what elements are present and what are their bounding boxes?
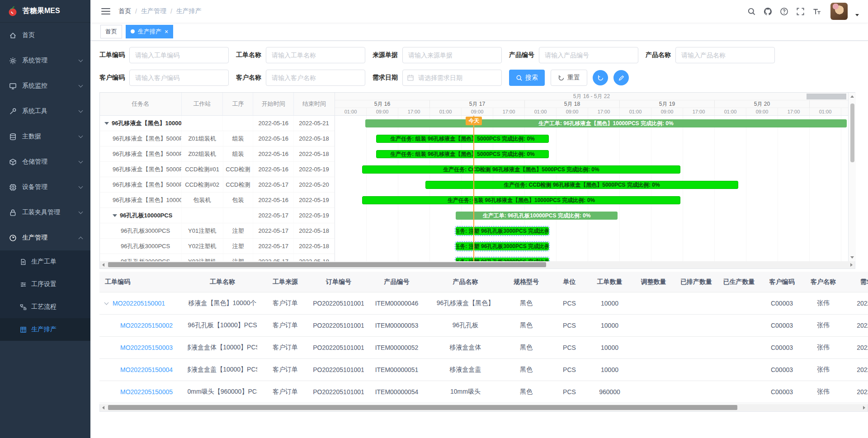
task-bar[interactable]: 生产任务: 注塑 96孔孔板3000PCS 完成比例: 0%: [456, 242, 549, 250]
sidebar-item-equipment-mgmt[interactable]: 设备管理: [0, 174, 90, 200]
gantt-task-row[interactable]: 96孔移液盒【黑色】5000PCSZ02组装机组装2022-05-162022-…: [100, 146, 335, 162]
gantt-chart: 5月 16 - 5月 22 5月 165月 175月 185月 195月 20 …: [335, 93, 848, 261]
product-no-input[interactable]: [539, 47, 638, 63]
sidebar-item-system-tools[interactable]: 系统工具: [0, 99, 90, 124]
sidebar-subitem-work-order[interactable]: 生产工单: [0, 250, 90, 273]
triangle-down-icon[interactable]: [113, 214, 117, 217]
customer-name-input[interactable]: [266, 70, 365, 86]
scroll-right-icon[interactable]: [850, 263, 853, 267]
order-code-link[interactable]: MO202205150003: [120, 344, 173, 351]
orders-cell-product-name: 10mm吸头: [429, 381, 501, 403]
hamburger-icon[interactable]: [101, 8, 110, 14]
font-size-icon[interactable]: [812, 7, 821, 16]
scroll-up-icon[interactable]: [850, 95, 854, 98]
gantt-task-row[interactable]: 96孔移液盒【黑色】10000PCS包装机包装2022-05-162022-05…: [100, 193, 335, 208]
order-bar[interactable]: 生产工单: 96孔孔板10000PCS 完成比例: 0%: [456, 212, 618, 220]
gantt-chart-row: 生产任务: 包装 96孔移液盒【黑色】10000PCS 完成比例: 0%: [335, 193, 848, 208]
form-fields-2: 客户编码客户名称需求日期: [99, 70, 509, 86]
reset-button[interactable]: 重置: [551, 70, 587, 86]
breadcrumb-home[interactable]: 首页: [118, 7, 131, 15]
sidebar-subitem-scheduling[interactable]: 生产排产: [0, 318, 90, 341]
sidebar-subitem-process-flow[interactable]: 工艺流程: [0, 296, 90, 318]
sidebar-item-system-monitor[interactable]: 系统监控: [0, 73, 90, 99]
scroll-thumb[interactable]: [108, 405, 737, 410]
task-bar[interactable]: 生产任务: 注塑 96孔孔板3000PCS 完成比例: 0%: [456, 258, 549, 261]
sidebar-item-system-mgmt[interactable]: 系统管理: [0, 48, 90, 73]
scroll-left-icon[interactable]: [102, 406, 104, 410]
work-order-name-input[interactable]: [266, 47, 365, 63]
form-item-work-order-code: 工单编码: [99, 47, 229, 63]
gantt-task-row[interactable]: 96孔移液盒【黑色】10000PCS2022-05-162022-05-21: [100, 116, 335, 131]
order-code-link[interactable]: MO202205150001: [113, 300, 165, 307]
product-name-input[interactable]: [675, 47, 775, 63]
order-bar[interactable]: 生产工单: 96孔移液盒【黑色】10000PCS 完成比例: 0%: [365, 119, 847, 127]
orders-row[interactable]: MO20220515000510mm吸头【960000】PCS客户订单PO202…: [99, 381, 868, 403]
monitor-icon: [9, 82, 17, 90]
orders-horizontal-scrollbar[interactable]: [99, 404, 868, 412]
gantt-task-row[interactable]: 96孔移液盒【黑色】5000PCSCCD检测#01CCD检测2022-05-16…: [100, 162, 335, 177]
sidebar-item-warehouse-mgmt[interactable]: 仓储管理: [0, 149, 90, 174]
customer-code-input[interactable]: [129, 70, 229, 86]
order-code-link[interactable]: MO202205150005: [120, 388, 173, 396]
sidebar-item-home[interactable]: 首页: [0, 23, 90, 48]
gantt-task-row[interactable]: 96孔移液盒【黑色】5000PCSZ01组装机组装2022-05-162022-…: [100, 131, 335, 146]
task-bar[interactable]: 生产任务: CCD检测 96孔移液盒【黑色】5000PCS 完成比例: 0%: [425, 181, 738, 189]
work-order-code-input[interactable]: [129, 47, 229, 63]
scroll-down-icon[interactable]: [850, 256, 854, 259]
form-item-demand-date: 需求日期: [373, 70, 502, 86]
order-code-link[interactable]: MO202205150004: [120, 366, 173, 373]
gantt-task-row[interactable]: 96孔移液盒【黑色】5000PCSCCD检测#02CCD检测2022-05-17…: [100, 177, 335, 193]
gantt-task-row[interactable]: 96孔孔板3000PCSY02注塑机注塑2022-05-172022-05-18: [100, 239, 335, 254]
user-menu-caret-icon[interactable]: [855, 14, 859, 16]
sidebar-item-label: 仓储管理: [22, 158, 47, 166]
gantt-chart-row: 生产任务: 组装 96孔移液盒【黑色】5000PCS 完成比例: 0%: [335, 146, 848, 162]
search-icon[interactable]: [747, 7, 756, 16]
task-bar[interactable]: 生产任务: CCD检测 96孔移液盒【黑色】5000PCS 完成比例: 0%: [362, 165, 680, 174]
orders-row[interactable]: MO202205150004移液盒盒盖【10000】PCS客户订单PO20220…: [99, 359, 868, 381]
gantt-range-scrollbar[interactable]: [807, 94, 846, 99]
user-avatar[interactable]: [830, 3, 848, 20]
edit-circle-button[interactable]: [613, 70, 629, 85]
sidebar-subitem-label: 生产工单: [31, 258, 57, 266]
refresh-circle-button[interactable]: [593, 70, 608, 85]
sidebar-subitem-process-settings[interactable]: 工序设置: [0, 273, 90, 296]
gantt-vertical-scrollbar[interactable]: [848, 93, 856, 261]
chevron-down-icon[interactable]: [104, 300, 109, 305]
gantt-horizontal-scrollbar[interactable]: [99, 261, 855, 269]
scroll-thumb[interactable]: [850, 104, 854, 162]
task-bar[interactable]: 生产任务: 包装 96孔移液盒【黑色】10000PCS 完成比例: 0%: [362, 196, 680, 204]
fullscreen-icon[interactable]: [796, 7, 805, 16]
flow-icon: [20, 304, 27, 311]
task-bar[interactable]: 生产任务: 注塑 96孔孔板3000PCS 完成比例: 0%: [456, 227, 549, 235]
orders-row[interactable]: MO202205150001移液盒【黑色】10000个客户订单PO2022051…: [99, 292, 868, 315]
gantt-task-row[interactable]: 96孔孔板10000PCS2022-05-172022-05-19: [100, 208, 335, 223]
sidebar-item-master-data[interactable]: 主数据: [0, 124, 90, 149]
gantt-task-row[interactable]: 96孔孔板3000PCSY01注塑机注塑2022-05-172022-05-18: [100, 223, 335, 239]
tab-scheduling[interactable]: 生产排产×: [126, 25, 173, 38]
order-code-link[interactable]: MO202205150002: [120, 322, 173, 329]
bar-label: 生产任务: 注塑 96孔孔板3000PCS 完成比例: 0%: [456, 227, 549, 235]
triangle-down-icon[interactable]: [104, 122, 109, 125]
scroll-right-icon[interactable]: [863, 406, 865, 410]
task-bar[interactable]: 生产任务: 组装 96孔移液盒【黑色】5000PCS 完成比例: 0%: [376, 150, 549, 158]
orders-row[interactable]: MO202205150003移液盒盒体【10000】PCS客户订单PO20220…: [99, 337, 868, 359]
gantt-task-row[interactable]: 96孔孔板3000PCSY03注塑机注塑2022-05-172022-05-18: [100, 254, 335, 261]
github-icon[interactable]: [764, 7, 772, 16]
breadcrumb-production[interactable]: 生产管理: [141, 7, 166, 15]
sidebar-item-production-mgmt[interactable]: 生产管理: [0, 225, 90, 250]
task-process: 注塑: [223, 254, 254, 261]
close-icon[interactable]: ×: [165, 28, 168, 35]
task-start-time: 2022-05-17: [253, 239, 294, 254]
help-icon[interactable]: [780, 7, 788, 16]
task-name: 96孔孔板3000PCS: [121, 242, 170, 250]
sidebar-item-fixture-mgmt[interactable]: 工装夹具管理: [0, 200, 90, 225]
scroll-thumb[interactable]: [108, 262, 546, 267]
app-logo[interactable]: 苦糖果MES: [0, 0, 90, 23]
demand-date-input[interactable]: [402, 70, 502, 86]
tab-home[interactable]: 首页: [100, 25, 122, 38]
source-doc-input[interactable]: [402, 47, 502, 63]
scroll-left-icon[interactable]: [102, 263, 104, 267]
orders-row[interactable]: MO20220515000296孔孔板【10000】PCS客户订单PO20220…: [99, 315, 868, 337]
search-button[interactable]: 搜索: [509, 70, 545, 86]
task-bar[interactable]: 生产任务: 组装 96孔移液盒【黑色】5000PCS 完成比例: 0%: [376, 135, 549, 143]
